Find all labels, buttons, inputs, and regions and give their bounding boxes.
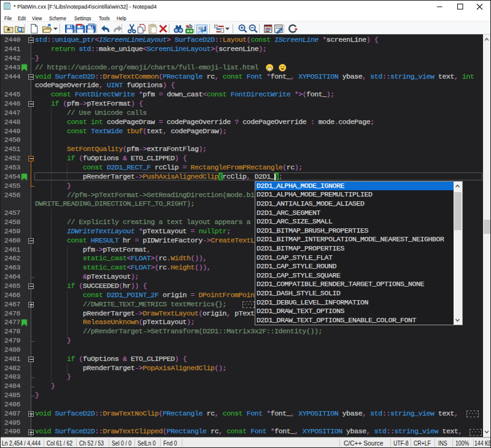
svg-text:c: c [198,29,201,34]
svg-text:ab: ab [186,23,192,29]
